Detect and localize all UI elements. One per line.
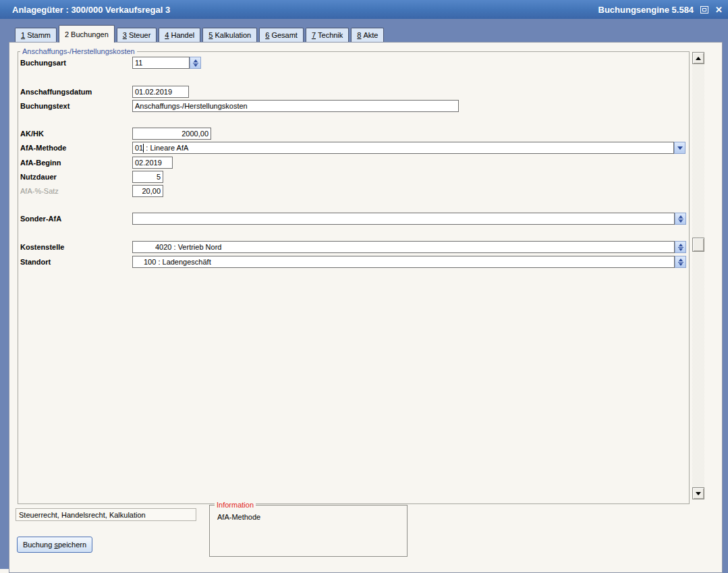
tab-handel[interactable]: 4Handel (159, 28, 200, 42)
tab-buchungen[interactable]: 2Buchungen (59, 25, 115, 43)
standort-label: Standort (20, 258, 51, 266)
afa-prozent-satz-input[interactable] (132, 185, 163, 197)
afa-methode-dropdown-button[interactable] (674, 142, 685, 154)
spinner-down-icon (679, 220, 683, 223)
close-icon[interactable]: ✕ (715, 5, 723, 14)
afa-methode-label: AfA-Methode (20, 144, 66, 152)
tab-bar: 1Stamm 2Buchungen 3Steuer 4Handel 5Kalku… (15, 25, 386, 42)
app-version-label: Buchungsengine 5.584 (598, 5, 694, 15)
sonder-afa-field[interactable] (132, 213, 675, 225)
nutzdauer-input[interactable] (132, 171, 163, 183)
buchungstext-label: Buchungstext (20, 102, 69, 110)
summary-field[interactable]: Steuerrecht, Handelsrecht, Kalkulation (16, 508, 196, 521)
tab-gesamt[interactable]: 6Gesamt (259, 28, 304, 42)
tab-stamm[interactable]: 1Stamm (15, 28, 57, 42)
afa-beginn-input[interactable] (132, 157, 173, 169)
spinner-up-icon (679, 244, 683, 246)
maximize-restore-icon[interactable] (700, 6, 708, 13)
arrow-up-icon (696, 57, 701, 60)
save-booking-button[interactable]: Buchung speichern (17, 537, 92, 553)
scrollbar-down-button[interactable] (692, 487, 704, 499)
scrollbar-track[interactable] (692, 64, 704, 487)
afa-beginn-label: AfA-Beginn (20, 159, 61, 167)
sonder-afa-label: Sonder-AfA (20, 215, 61, 223)
spinner-down-icon (194, 64, 198, 67)
anschaffungsdatum-input[interactable] (132, 86, 189, 98)
sonder-afa-spinner[interactable] (675, 213, 686, 225)
standort-spinner[interactable] (675, 256, 686, 268)
spinner-up-icon (194, 59, 198, 62)
spinner-down-icon (679, 263, 683, 266)
arrow-down-icon (696, 492, 701, 495)
nutzdauer-label: Nutzdauer (20, 173, 57, 181)
anschaffungsdatum-label: Anschaffungsdatum (20, 88, 92, 96)
groupbox-legend: Anschaffungs-/Herstellungskosten (20, 47, 137, 56)
akhk-input[interactable] (132, 128, 211, 140)
afa-methode-combobox[interactable]: 01 : Lineare AfA (132, 142, 674, 154)
chevron-down-icon (677, 146, 683, 150)
buchungstext-input[interactable] (132, 100, 459, 112)
application-window: Anlagegüter : 300/000 Verkaufsregal 3 Bu… (0, 0, 728, 573)
tab-akte[interactable]: 8Akte (351, 28, 384, 42)
tab-steuer[interactable]: 3Steuer (117, 28, 157, 42)
tab-kalkulation[interactable]: 5Kalkulation (202, 28, 257, 42)
spinner-up-icon (679, 258, 683, 261)
scrollbar-thumb[interactable] (692, 238, 704, 252)
buchungsart-input[interactable] (132, 57, 190, 69)
titlebar-right: Buchungsengine 5.584 ✕ (598, 0, 723, 19)
spinner-down-icon (679, 248, 683, 251)
frame-corner (0, 569, 9, 573)
akhk-label: AK/HK (20, 130, 44, 138)
scrollbar-up-button[interactable] (692, 52, 704, 64)
kostenstelle-label: Kostenstelle (20, 243, 64, 251)
kostenstelle-field[interactable]: 4020 : Vertrieb Nord (132, 241, 675, 253)
acquisition-costs-groupbox (18, 51, 690, 504)
kostenstelle-spinner[interactable] (675, 241, 686, 253)
afa-prozent-satz-label: AfA-%-Satz (20, 187, 59, 195)
tab-technik[interactable]: 7Technik (306, 28, 349, 42)
standort-field[interactable]: 100 : Ladengeschäft (132, 256, 675, 268)
window-title: Anlagegüter : 300/000 Verkaufsregal 3 (12, 5, 170, 15)
information-legend: Information (215, 501, 256, 510)
information-text: AfA-Methode (217, 513, 260, 521)
spinner-up-icon (679, 215, 683, 218)
title-bar: Anlagegüter : 300/000 Verkaufsregal 3 Bu… (0, 0, 728, 19)
buchungsart-spinner[interactable] (190, 57, 201, 69)
buchungsart-label: Buchungsart (20, 59, 66, 67)
